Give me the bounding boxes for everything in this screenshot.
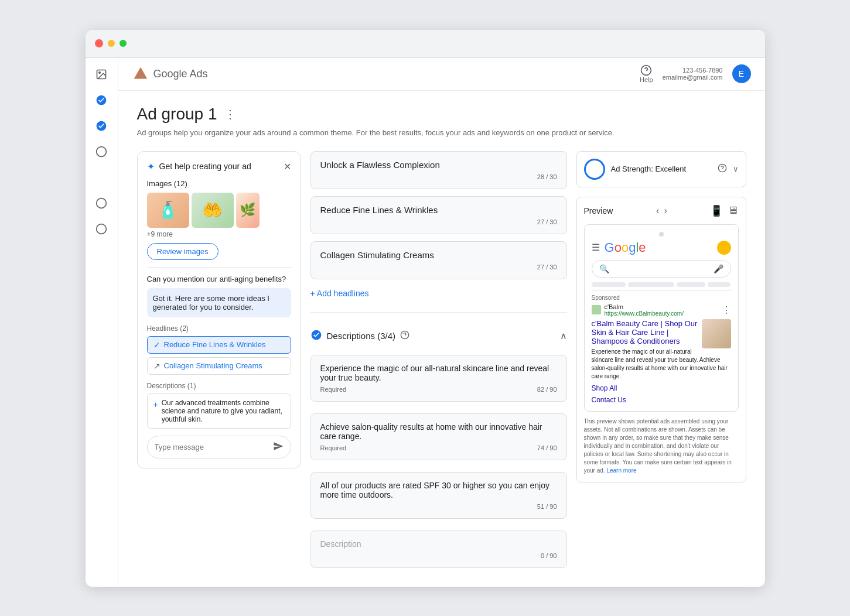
svg-point-4: [97, 224, 107, 234]
headline-chip-2[interactable]: ↗ Collagen Stimulating Creams: [147, 357, 291, 375]
svg-point-2: [97, 146, 107, 156]
sidebar: [86, 58, 118, 587]
headline-card-3[interactable]: Collagen Stimulating Creams 27 / 30: [310, 241, 567, 279]
images-label: Images (12): [147, 179, 291, 188]
sidebar-icon-check2[interactable]: [94, 119, 108, 133]
right-panel: Ad Strength: Excellent ∨: [576, 151, 746, 482]
review-images-button[interactable]: Review images: [147, 243, 219, 260]
phone-mockup: ☰ Google 🔍 🎤: [584, 224, 739, 412]
ad-body: Experience the magic of our all-natural …: [592, 348, 731, 381]
preview-disclaimer: This preview shows potential ads assembl…: [584, 417, 739, 475]
mobile-device-icon[interactable]: 📱: [710, 204, 723, 217]
images-grid: 🧴 🤲 🌿: [147, 193, 291, 228]
image-thumb-1: 🧴: [147, 193, 189, 228]
ad-strength-bar: Ad Strength: Excellent ∨: [576, 151, 746, 187]
search-bar-mock: 🔍 🎤: [592, 260, 731, 278]
ad-dots-icon[interactable]: ⋮: [722, 304, 731, 316]
headline-card-2[interactable]: Reduce Fine Lines & Wrinkles 27 / 30: [310, 196, 567, 234]
descriptions-collapse-button[interactable]: ∧: [560, 330, 567, 341]
chip-cursor-icon: ↗: [153, 361, 161, 371]
more-images-label: +9 more: [147, 230, 291, 238]
sidebar-icon-circle2[interactable]: [94, 196, 108, 210]
strength-circle: [584, 159, 605, 180]
ai-response: Got it. Here are some more ideas I gener…: [147, 288, 291, 317]
description-suggestion[interactable]: + Our advanced treatments combine scienc…: [147, 393, 291, 429]
headline-chip-1[interactable]: ✓ Reduce Fine Lines & Wrinkles: [147, 336, 291, 354]
descriptions-check-icon: [310, 329, 322, 343]
page-title: Ad group 1: [137, 105, 217, 124]
shop-all-link[interactable]: Shop All: [592, 384, 731, 392]
hamburger-icon: ☰: [592, 242, 600, 253]
message-input[interactable]: [155, 443, 268, 451]
headline-card-1[interactable]: Unlock a Flawless Complexion 28 / 30: [310, 151, 567, 189]
close-browser-button[interactable]: [95, 39, 103, 47]
mic-icon: 🎤: [714, 264, 723, 273]
sidebar-icon-circle3[interactable]: [94, 222, 108, 236]
brand-name: c'Balm: [605, 303, 684, 310]
ad-image: [702, 319, 731, 348]
add-headlines-button[interactable]: + Add headlines: [310, 286, 567, 300]
chat-question: Can you mention our anti-aging benefits?: [147, 275, 291, 283]
topbar: Google Ads Help 123-456-7890 emailme@gma…: [118, 58, 765, 91]
sidebar-icon-circle1[interactable]: [94, 145, 108, 159]
desc-plus-icon: +: [153, 400, 158, 409]
descriptions-section-title: Descriptions (3/4): [327, 331, 396, 341]
brand-url: https://www.cBalmbeauty.com/: [605, 310, 684, 317]
svg-point-1: [99, 71, 101, 73]
google-logo: Google: [605, 240, 646, 255]
contact-us-link[interactable]: Contact Us: [592, 396, 731, 404]
preview-title: Preview: [584, 206, 613, 215]
chip-check-icon-1: ✓: [153, 340, 161, 350]
preview-prev-button[interactable]: ‹: [656, 206, 659, 216]
strength-help-icon[interactable]: [718, 163, 727, 174]
description-card-2[interactable]: Achieve salon-quality results at home wi…: [310, 413, 567, 460]
desktop-device-icon[interactable]: 🖥: [728, 204, 738, 217]
description-card-4[interactable]: Description 0 / 90: [310, 531, 567, 568]
menu-dots-button[interactable]: ⋮: [224, 107, 236, 121]
user-avatar[interactable]: E: [732, 64, 751, 83]
ai-panel-close-icon[interactable]: ✕: [284, 161, 291, 172]
ai-star-icon: ✦: [147, 161, 155, 172]
brand-icon: [592, 305, 601, 314]
preview-section: Preview ‹ › 📱 🖥: [576, 197, 746, 482]
sidebar-icon-image[interactable]: [94, 67, 108, 81]
help-section[interactable]: Help: [640, 64, 653, 83]
send-button[interactable]: [273, 441, 284, 453]
ai-panel: ✦ Get help creating your ad ✕ Images (12…: [137, 151, 301, 468]
account-info: 123-456-7890 emailme@gmail.com: [663, 67, 723, 81]
learn-more-link[interactable]: Learn more: [606, 467, 636, 474]
descriptions-sm-label: Descriptions (1): [147, 382, 291, 390]
descriptions-help-icon[interactable]: [400, 330, 409, 341]
search-icon: 🔍: [599, 264, 609, 273]
description-card-3[interactable]: All of our products are rated SPF 30 or …: [310, 472, 567, 519]
headlines-sm-label: Headlines (2): [147, 324, 291, 333]
message-input-area: [147, 436, 291, 458]
page-subtitle: Ad groups help you organize your ads aro…: [137, 128, 746, 137]
middle-panel: Unlock a Flawless Complexion 28 / 30 Red…: [310, 151, 567, 573]
descriptions-section-header: Descriptions (3/4) ∧: [310, 324, 567, 348]
sponsored-label: Sponsored: [592, 295, 731, 301]
svg-point-3: [97, 198, 107, 208]
image-thumb-3: 🌿: [236, 193, 260, 228]
ai-panel-title: Get help creating your ad: [159, 162, 251, 171]
google-ads-logo: Google Ads: [132, 66, 208, 82]
image-thumb-2: 🤲: [192, 193, 234, 228]
strength-collapse-icon[interactable]: ∨: [733, 165, 739, 173]
description-card-1[interactable]: Experience the magic of our all-natural …: [310, 355, 567, 402]
preview-next-button[interactable]: ›: [664, 206, 667, 216]
sidebar-icon-check1[interactable]: [94, 93, 108, 107]
